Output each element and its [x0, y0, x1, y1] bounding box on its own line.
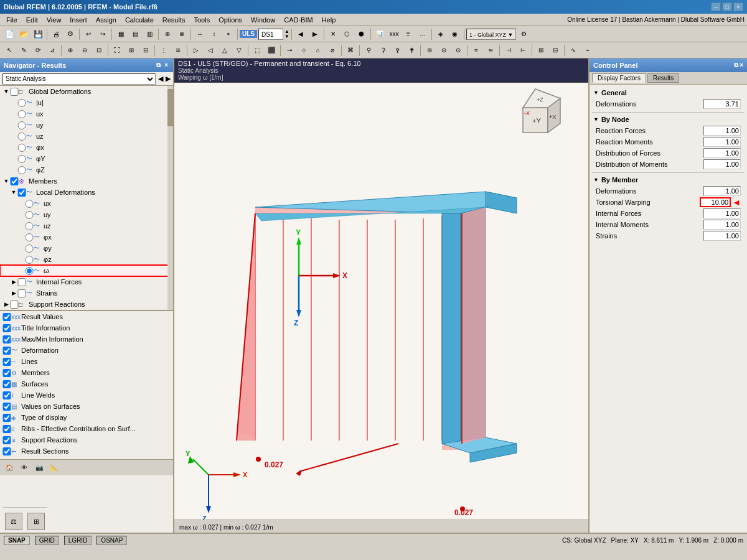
tb15[interactable]: …: [416, 27, 430, 41]
radio-phiz[interactable]: [17, 166, 26, 174]
undo-btn[interactable]: ↩: [82, 27, 95, 41]
view-selector[interactable]: 1 - Global XYZ ▼: [466, 29, 516, 40]
t2-9[interactable]: ⊞: [125, 44, 138, 57]
settings-btn[interactable]: ⚙: [63, 27, 77, 41]
maximize-button[interactable]: □: [722, 2, 732, 11]
radio-m-phix[interactable]: [25, 233, 34, 241]
tree-omega[interactable]: 〜 ω: [0, 265, 169, 276]
tb1[interactable]: ▦: [114, 27, 128, 41]
t2-22[interactable]: ⌀: [326, 44, 339, 57]
t2-26[interactable]: ⚴: [390, 44, 404, 57]
menu-cadbim[interactable]: CAD-BIM: [280, 15, 316, 25]
tb13[interactable]: xxx: [387, 27, 401, 41]
radio-phix[interactable]: [17, 144, 26, 152]
radio-m-phiz[interactable]: [25, 256, 34, 264]
menu-tools[interactable]: Tools: [190, 15, 214, 25]
t2-18[interactable]: ⬛: [265, 44, 278, 57]
nav-ribs[interactable]: ≡ Ribs - Effective Contribution on Surf.…: [0, 423, 169, 434]
menu-assign[interactable]: Assign: [92, 15, 120, 25]
cb-title-info[interactable]: [2, 324, 11, 332]
deformations-value[interactable]: [703, 99, 741, 109]
tree-m-ux[interactable]: 〜 ux: [0, 198, 169, 209]
tb17[interactable]: ◉: [448, 27, 462, 41]
radio-m-uy[interactable]: [25, 211, 34, 219]
minimize-button[interactable]: ─: [711, 2, 721, 11]
t2-20[interactable]: ⊹: [297, 44, 311, 57]
nav-home-btn[interactable]: 🏠: [2, 461, 16, 475]
tab-display-factors[interactable]: Display Factors: [592, 73, 646, 83]
menu-calculate[interactable]: Calculate: [121, 15, 157, 25]
t2-2[interactable]: ✎: [17, 44, 31, 57]
t2-17[interactable]: ⬚: [250, 44, 264, 57]
menu-view[interactable]: View: [43, 15, 65, 25]
radio-ux[interactable]: [17, 110, 26, 118]
dist-forces-value[interactable]: [703, 148, 741, 158]
prev-btn[interactable]: ◀: [294, 27, 308, 41]
reaction-forces-value[interactable]: [703, 126, 741, 136]
tree-scrollbar[interactable]: [167, 86, 173, 310]
print-btn[interactable]: 🖨: [49, 27, 63, 41]
tree-scrollbar-thumb[interactable]: [167, 89, 173, 126]
cb-result-values[interactable]: [2, 313, 11, 321]
save-btn[interactable]: 💾: [31, 27, 45, 41]
tree-phiz[interactable]: 〜 φZ: [0, 164, 169, 175]
grid-btn[interactable]: GRID: [35, 536, 59, 545]
menu-window[interactable]: Window: [247, 15, 279, 25]
cb-ribs[interactable]: [2, 425, 11, 433]
strains-cp-value[interactable]: [703, 231, 741, 241]
t2-19[interactable]: ⊸: [283, 44, 296, 57]
radio-u-abs[interactable]: [17, 99, 26, 107]
t2-38[interactable]: ⌁: [581, 44, 594, 57]
tree-phix[interactable]: 〜 φx: [0, 142, 169, 153]
nav-support-reactions-bot[interactable]: ↡ Support Reactions: [0, 434, 169, 446]
t2-32[interactable]: ≃: [484, 44, 497, 57]
open-btn[interactable]: 📂: [17, 27, 31, 41]
t2-10[interactable]: ⊟: [139, 44, 153, 57]
cb-maxmin-info[interactable]: [2, 335, 11, 343]
torsional-warping-value[interactable]: [700, 197, 731, 207]
cp-by-node-header[interactable]: ▼ By Node: [592, 114, 745, 125]
nav-maxmin-info[interactable]: xxx Max/Min Information: [0, 334, 169, 345]
tree-u-abs[interactable]: 〜 |u|: [0, 97, 169, 108]
t2-29[interactable]: ⊝: [437, 44, 451, 57]
tree-ux[interactable]: 〜 ux: [0, 108, 169, 119]
tree-m-phiz[interactable]: 〜 φz: [0, 254, 169, 265]
menu-edit[interactable]: Edit: [22, 15, 42, 25]
new-btn[interactable]: 📄: [2, 27, 16, 41]
ds-arrows[interactable]: ▲ ▼: [284, 29, 289, 39]
nav-values-surfaces[interactable]: ▤ Values on Surfaces: [0, 401, 169, 412]
nav-members[interactable]: ⚙ Members: [0, 367, 169, 378]
menu-options[interactable]: Options: [215, 15, 246, 25]
close-button[interactable]: ×: [733, 2, 743, 11]
cb-result-sections[interactable]: [2, 447, 11, 455]
cb-values-surfaces[interactable]: [2, 403, 11, 411]
t2-37[interactable]: ∿: [566, 44, 580, 57]
tb5[interactable]: ⊗: [175, 27, 189, 41]
internal-forces-cp-value[interactable]: [703, 208, 741, 218]
cb-global-def[interactable]: [10, 88, 19, 96]
lgrid-btn[interactable]: LGRID: [64, 536, 92, 545]
tree-uz[interactable]: 〜 uz: [0, 131, 169, 142]
cb-int-forces[interactable]: [17, 278, 26, 286]
t2-11[interactable]: ⋮: [157, 44, 171, 57]
nav-line-welds[interactable]: ⌇ Line Welds: [0, 390, 169, 401]
nav-arrow-right[interactable]: ▶: [166, 75, 171, 83]
cp-float-btn[interactable]: ⧉: [734, 62, 738, 69]
tb14[interactable]: ≡: [402, 27, 415, 41]
radio-uz[interactable]: [17, 133, 26, 141]
tree-support-reactions[interactable]: ▶ □ Support Reactions: [0, 299, 169, 310]
nav-type-display[interactable]: ◈ Type of display: [0, 412, 169, 423]
menu-file[interactable]: File: [2, 15, 21, 25]
t2-35[interactable]: ⊞: [534, 44, 548, 57]
tb7[interactable]: ↕: [207, 27, 221, 41]
dist-moments-value[interactable]: [703, 159, 741, 169]
t2-7[interactable]: ⊡: [92, 44, 106, 57]
reaction-moments-value[interactable]: [703, 137, 741, 147]
tb12[interactable]: 📊: [373, 27, 387, 41]
nav-eye-btn[interactable]: 👁: [17, 461, 31, 475]
nav-dropdown-select[interactable]: Static Analysis: [2, 73, 156, 85]
t2-31[interactable]: ≈: [469, 44, 483, 57]
t2-28[interactable]: ⊜: [423, 44, 436, 57]
viewport-canvas[interactable]: Y X Z 0.027 0.027: [174, 83, 588, 533]
tree-phiy[interactable]: 〜 φY: [0, 153, 169, 164]
